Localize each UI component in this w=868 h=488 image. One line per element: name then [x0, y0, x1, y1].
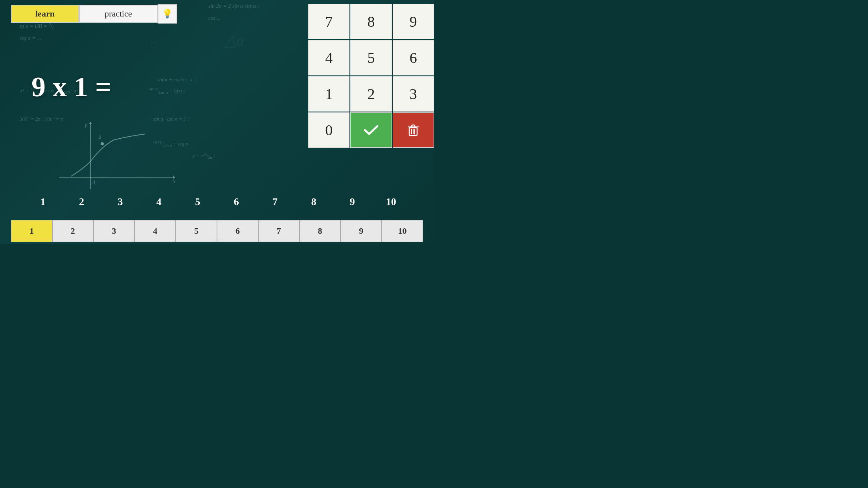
number-line-7: 7	[267, 196, 283, 208]
numpad-2[interactable]: 2	[350, 76, 392, 112]
selector-btn-1[interactable]: 1	[11, 220, 52, 242]
equation-display: 9 x 1 =	[31, 71, 111, 103]
graph-area: x y A B	[59, 122, 177, 193]
numpad-4[interactable]: 4	[308, 40, 349, 75]
selector-btn-4[interactable]: 4	[134, 220, 176, 242]
selector-btn-8[interactable]: 8	[300, 220, 341, 242]
lightbulb-button[interactable]: 💡	[158, 4, 177, 24]
numpad-confirm[interactable]	[350, 112, 392, 148]
svg-marker-1	[88, 122, 92, 124]
svg-text:y: y	[84, 122, 87, 128]
trash-icon	[406, 123, 420, 137]
numpad-3[interactable]: 3	[393, 76, 434, 112]
svg-point-4	[101, 142, 104, 145]
tab-practice[interactable]: practice	[79, 5, 158, 23]
numpad-6[interactable]: 6	[393, 40, 434, 75]
number-line-8: 8	[306, 196, 322, 208]
numpad-9[interactable]: 9	[393, 4, 434, 39]
numpad-1[interactable]: 1	[308, 76, 349, 112]
bottom-selector: 1 2 3 4 5 6 7 8 9 10	[11, 220, 423, 242]
numpad-5[interactable]: 5	[350, 40, 392, 75]
selector-btn-5[interactable]: 5	[176, 220, 217, 242]
selector-btn-9[interactable]: 9	[340, 220, 382, 242]
selector-btn-3[interactable]: 3	[94, 220, 135, 242]
number-line-10: 10	[383, 196, 399, 208]
svg-text:x: x	[173, 178, 176, 184]
number-line-4: 4	[151, 196, 167, 208]
numpad-8[interactable]: 8	[350, 4, 392, 39]
number-line-labels: 1 2 3 4 5 6 7 8 9 10	[0, 196, 434, 208]
selector-btn-7[interactable]: 7	[258, 220, 300, 242]
number-line-2: 2	[74, 196, 90, 208]
numpad: 7 8 9 4 5 6 1 2 3 0	[308, 4, 434, 148]
numpad-0[interactable]: 0	[308, 112, 349, 148]
number-line-9: 9	[344, 196, 360, 208]
selector-btn-10[interactable]: 10	[382, 220, 423, 242]
number-line-5: 5	[190, 196, 206, 208]
number-line-area: 1 2 3 4 5 6 7 8 9 10	[0, 196, 434, 209]
selector-btn-6[interactable]: 6	[217, 220, 258, 242]
number-line-1: 1	[35, 196, 51, 208]
checkmark-icon	[363, 124, 379, 136]
tab-learn[interactable]: learn	[11, 5, 79, 23]
tab-bar: learn practice 💡	[11, 4, 177, 24]
svg-text:B: B	[98, 134, 101, 140]
numpad-7[interactable]: 7	[308, 4, 349, 39]
number-line-6: 6	[228, 196, 244, 208]
svg-text:A: A	[92, 179, 96, 185]
number-line-3: 3	[112, 196, 128, 208]
selector-btn-2[interactable]: 2	[52, 220, 94, 242]
numpad-delete[interactable]	[393, 112, 434, 148]
